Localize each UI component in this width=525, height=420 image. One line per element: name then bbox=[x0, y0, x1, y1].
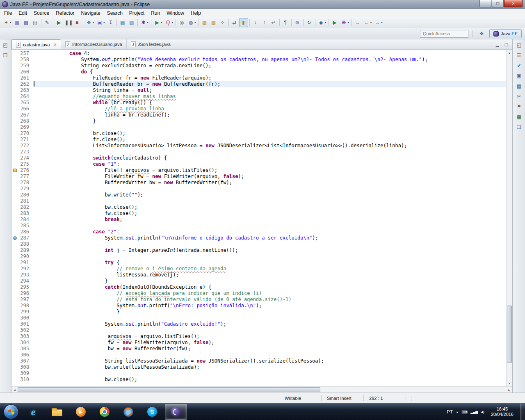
tab-InformacoesUsuario.java[interactable]: JInformacoesUsuario.java bbox=[61, 39, 127, 49]
console-view-icon[interactable]: ❏ bbox=[515, 123, 524, 131]
code-text[interactable] bbox=[34, 124, 506, 130]
chrome-taskbar-button[interactable] bbox=[94, 404, 116, 420]
horizontal-scrollbar[interactable] bbox=[11, 386, 512, 393]
menu-file[interactable]: File bbox=[1, 9, 15, 17]
open-perspective-button[interactable]: ❖ bbox=[476, 29, 487, 38]
annotation-ruler[interactable] bbox=[11, 321, 18, 327]
annotation-ruler[interactable] bbox=[11, 155, 18, 161]
query-button[interactable]: Q▾ bbox=[164, 18, 175, 27]
dropdown-arrow-icon[interactable]: ▾ bbox=[325, 21, 326, 24]
pause-test-button[interactable]: ❚❚ bbox=[64, 18, 73, 27]
print-button[interactable]: ▤ bbox=[31, 18, 40, 27]
run-last-button[interactable]: ▶ bbox=[330, 18, 339, 27]
dropdown-arrow-icon[interactable]: ▾ bbox=[172, 21, 173, 24]
task-list-view-icon[interactable]: ✔ bbox=[515, 62, 524, 70]
annotation-ruler[interactable] bbox=[11, 284, 18, 290]
menu-window[interactable]: Window bbox=[163, 9, 187, 17]
code-text[interactable] bbox=[34, 198, 506, 204]
code-text[interactable]: } bbox=[34, 278, 506, 284]
annotation-ruler[interactable] bbox=[11, 247, 18, 253]
code-text[interactable]: bw = new BufferedWriter(fw); bbox=[34, 346, 506, 352]
code-text[interactable] bbox=[34, 352, 506, 358]
dropdown-arrow-icon[interactable]: ▾ bbox=[370, 21, 372, 24]
annotation-ruler[interactable] bbox=[11, 352, 18, 358]
annotation-ruler[interactable] bbox=[11, 106, 18, 112]
dropdown-arrow-icon[interactable]: ▾ bbox=[147, 21, 149, 24]
code-text[interactable]: FileReader fr = new FileReader(arquivo); bbox=[34, 75, 506, 81]
menu-navigate[interactable]: Navigate bbox=[78, 9, 103, 17]
close-tab-icon[interactable]: ✕ bbox=[53, 43, 57, 47]
code-text[interactable] bbox=[34, 223, 506, 229]
annotation-ruler[interactable] bbox=[11, 253, 18, 260]
dropdown-arrow-icon[interactable]: ▾ bbox=[347, 21, 349, 24]
breakpoints-button[interactable]: ◆▾ bbox=[317, 18, 328, 27]
info-marker-icon[interactable] bbox=[13, 236, 17, 240]
save-button[interactable]: ▦ bbox=[13, 18, 22, 27]
code-text[interactable] bbox=[34, 315, 506, 321]
show-hidden-icons-button[interactable]: ▴ bbox=[457, 410, 458, 414]
properties-view-icon[interactable]: ▦ bbox=[515, 113, 524, 121]
code-text[interactable]: String linha = null; bbox=[34, 87, 506, 94]
media-player-taskbar-button[interactable]: ▶ bbox=[70, 404, 92, 420]
annotation-ruler[interactable] bbox=[11, 260, 18, 266]
warning-marker-icon[interactable] bbox=[13, 169, 17, 172]
code-text[interactable]: bw.write(listPessoaSerializada); bbox=[34, 364, 506, 370]
new-java-wizard-button[interactable]: ✱▾ bbox=[139, 18, 150, 27]
menu-help[interactable]: Help bbox=[187, 9, 204, 17]
annotation-ruler[interactable] bbox=[11, 204, 18, 210]
forward-button[interactable]: →▾ bbox=[373, 18, 384, 27]
maximize-button[interactable]: ❐ bbox=[492, 0, 504, 7]
code-text[interactable]: System.out.println("Você desenha excluir… bbox=[34, 57, 506, 63]
code-text[interactable]: List<InformacoesUsuario> listPessoa = ne… bbox=[34, 143, 506, 149]
code-text[interactable]: String excluirCadastro = entrada.nextLin… bbox=[34, 63, 506, 69]
annotation-ruler[interactable] bbox=[11, 272, 18, 278]
quick-fix-button[interactable]: ✧ bbox=[218, 18, 227, 27]
annotation-ruler[interactable] bbox=[11, 149, 18, 155]
code-text[interactable] bbox=[34, 253, 506, 260]
dropdown-arrow-icon[interactable]: ▾ bbox=[10, 21, 11, 24]
internet-explorer-taskbar-button[interactable]: e bbox=[22, 404, 44, 420]
menu-source[interactable]: Source bbox=[30, 9, 52, 17]
start-button[interactable] bbox=[4, 404, 18, 419]
annotation-ruler[interactable] bbox=[11, 118, 18, 124]
run-test-button[interactable]: ▶ bbox=[55, 18, 64, 27]
perspective-java-ee-button[interactable]: Java EE bbox=[489, 29, 522, 38]
skype-taskbar-button[interactable]: S bbox=[141, 404, 163, 420]
dropdown-arrow-icon[interactable]: ▾ bbox=[161, 21, 162, 24]
code-text[interactable]: while (br.ready()) { bbox=[34, 100, 506, 106]
next-annotation-button[interactable]: ↓ bbox=[251, 18, 260, 27]
annotation-ruler[interactable] bbox=[11, 315, 18, 321]
code-text[interactable]: //equanto houver mais linhas bbox=[34, 94, 506, 100]
annotation-ruler[interactable] bbox=[11, 210, 18, 217]
annotation-ruler[interactable] bbox=[11, 327, 18, 333]
code-text[interactable]: bw.write(""); bbox=[34, 192, 506, 198]
db-export-button[interactable]: ▥ bbox=[127, 18, 136, 27]
web-browser-button[interactable]: ⊕ bbox=[293, 18, 302, 27]
annotation-ruler[interactable] bbox=[11, 186, 18, 192]
code-text[interactable]: BufferedWriter bw = new BufferedWriter(f… bbox=[34, 180, 506, 186]
db-table-button[interactable]: ▦ bbox=[118, 18, 127, 27]
scroll-up-icon[interactable] bbox=[507, 50, 512, 56]
annotation-ruler[interactable] bbox=[11, 217, 18, 223]
menu-run[interactable]: Run bbox=[148, 9, 163, 17]
code-text[interactable]: // remove o i-ésimo contato da agenda bbox=[34, 266, 506, 272]
code-text[interactable]: bw.close(); bbox=[34, 377, 506, 383]
new-wizard-button[interactable]: ✦▾ bbox=[2, 18, 13, 27]
annotation-ruler[interactable] bbox=[11, 198, 18, 204]
volume-icon[interactable]: ◀) bbox=[481, 410, 484, 414]
scroll-left-icon[interactable] bbox=[11, 387, 18, 393]
annotation-ruler[interactable] bbox=[11, 75, 18, 81]
annotation-ruler[interactable] bbox=[11, 290, 18, 297]
language-indicator[interactable]: PT bbox=[447, 409, 453, 414]
show-desktop-button[interactable] bbox=[520, 404, 525, 420]
annotation-ruler[interactable] bbox=[11, 223, 18, 229]
annotation-ruler[interactable] bbox=[11, 87, 18, 94]
code-text[interactable]: System.out.println("Cadastro excluído!")… bbox=[34, 321, 506, 327]
code-text[interactable]: catch(IndexOutOfBoundsException e) { bbox=[34, 284, 506, 290]
code-text[interactable] bbox=[34, 241, 506, 247]
synchronize-button[interactable]: ↻ bbox=[305, 18, 314, 27]
annotation-ruler[interactable] bbox=[11, 130, 18, 137]
minimize-view-button[interactable]: ▁ bbox=[493, 41, 501, 48]
project-explorer-icon[interactable]: ❐ bbox=[1, 51, 10, 59]
code-text[interactable]: switch(excluirCadastro) { bbox=[34, 155, 506, 161]
